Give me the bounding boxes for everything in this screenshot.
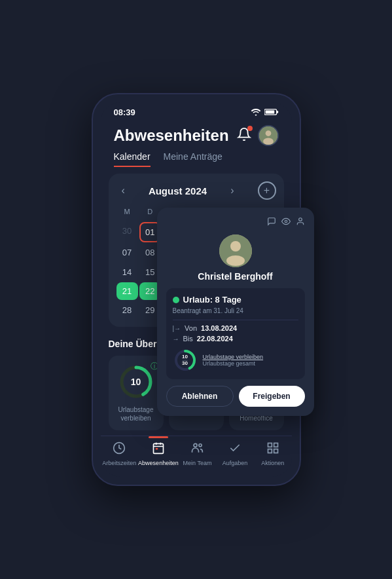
calendar-nav: ‹ August 2024 › + [116,181,276,200]
nav-mein-team-label: Mein Team [183,460,212,466]
nav-mein-team[interactable]: Mein Team [179,441,217,466]
svg-rect-12 [153,443,163,453]
app-header: Abwesenheiten [101,120,292,146]
notification-bell[interactable] [237,127,251,145]
nav-aufgaben[interactable]: Aufgaben [216,441,254,466]
divider [173,320,298,320]
svg-point-17 [194,443,197,447]
svg-rect-2 [276,111,278,113]
bell-icon [237,130,251,144]
wifi-icon [251,108,261,117]
tab-bar: Kalender Meine Anträge [101,146,292,167]
svg-rect-1 [265,110,274,113]
svg-rect-21 [268,449,272,453]
calendar-icon [152,441,165,458]
svg-point-5 [263,138,274,145]
avatar-image [259,126,277,145]
add-absence-button[interactable]: + [258,181,276,200]
nav-arbeitszeiten[interactable]: Arbeitszeiten [101,441,139,466]
bottom-navigation: Arbeitszeiten Abwesenheiten [101,436,292,477]
avatar[interactable] [258,125,279,146]
popup-avatar-wrap [166,234,305,267]
status-time: 08:39 [114,107,135,117]
progress-ring-small: 10 30 [173,348,198,373]
popup-vacation-header: Urlaub: 8 Tage [173,295,298,305]
svg-point-26 [230,241,241,252]
approve-button[interactable]: Freigeben [239,386,305,407]
nav-abwesenheiten[interactable]: Abwesenheiten [138,441,179,466]
ring-total: 30 [182,360,188,367]
page-title: Abwesenheiten [114,126,229,145]
vacation-days-card: ⓘ 10 Urlaubstageverbleiben [109,356,164,430]
svg-rect-16 [156,448,158,450]
day-30-prev[interactable]: 30 [116,222,138,242]
tab-kalender[interactable]: Kalender [114,151,151,167]
vacation-sub: Beantragt am 31. Juli 24 [173,307,298,314]
from-arrow-icon: |→ [173,325,181,332]
next-month-button[interactable]: › [225,182,239,199]
day-21[interactable]: 21 [116,282,138,300]
vacation-ring: 10 [118,364,154,400]
vacation-label: Urlaubstageverbleiben [114,405,158,422]
nav-arbeitszeiten-label: Arbeitszeiten [102,460,136,466]
svg-point-23 [285,220,287,223]
day-14[interactable]: 14 [116,263,138,281]
chat-icon[interactable] [267,217,276,228]
to-date-row: → Bis 22.08.2024 [173,335,298,343]
nav-aktionen-label: Aktionen [261,460,284,466]
check-icon [228,441,241,458]
ring-numbers: 10 30 [182,354,188,367]
svg-point-27 [226,255,245,266]
popup-avatar [219,234,252,267]
green-dot [173,297,179,303]
battery-icon [264,108,279,117]
svg-point-24 [298,218,302,221]
from-date-row: |→ Von 13.08.2024 [173,324,298,332]
progress-labels: Urlaubstage verbleiben Urlaubstage gesam… [203,354,264,367]
status-icons [251,108,279,117]
from-label: Von [185,324,197,332]
svg-rect-19 [268,443,272,447]
popup-person-name: Christel Berghoff [166,271,305,282]
day-28[interactable]: 28 [116,301,138,319]
popup-vacation-section: Urlaub: 8 Tage Beantragt am 31. Juli 24 … [166,288,305,379]
grid-icon [266,441,279,458]
absence-popup: Christel Berghoff Urlaub: 8 Tage Beantra… [157,208,314,416]
prev-month-button[interactable]: ‹ [116,182,130,199]
person-icon[interactable] [296,217,305,228]
to-date: 22.08.2024 [197,335,233,343]
day-07[interactable]: 07 [116,244,138,262]
remaining-label: Urlaubstage verbleiben [203,354,264,360]
nav-active-indicator [149,436,168,438]
from-date: 13.08.2024 [201,324,237,332]
vacation-title: Urlaub: 8 Tage [183,295,241,305]
to-label: Bis [183,335,193,343]
clock-icon [113,441,126,458]
popup-icons-row [166,217,305,228]
tab-meine-antraege[interactable]: Meine Anträge [164,151,223,167]
popup-buttons: Ablehnen Freigeben [166,386,305,407]
month-title: August 2024 [149,185,207,196]
progress-row: 10 30 Urlaubstage verbleiben Urlaubstage… [173,348,298,373]
reject-button[interactable]: Ablehnen [166,386,234,407]
team-icon [190,441,204,458]
svg-point-4 [265,130,271,136]
svg-rect-20 [274,443,277,447]
day-header-mon: M [116,206,138,221]
svg-rect-22 [274,449,277,453]
nav-aufgaben-label: Aufgaben [223,460,248,466]
notification-badge [247,126,253,131]
svg-point-18 [199,444,202,447]
nav-aktionen[interactable]: Aktionen [254,441,292,466]
ring-remaining: 10 [182,354,188,360]
total-label: Urlaubstage gesamt [203,360,264,367]
eye-icon[interactable] [281,217,291,228]
to-arrow-icon: → [173,335,179,343]
status-bar: 08:39 [101,102,292,120]
nav-abwesenheiten-label: Abwesenheiten [138,460,179,466]
vacation-number: 10 [131,377,141,387]
header-icons [237,125,279,146]
